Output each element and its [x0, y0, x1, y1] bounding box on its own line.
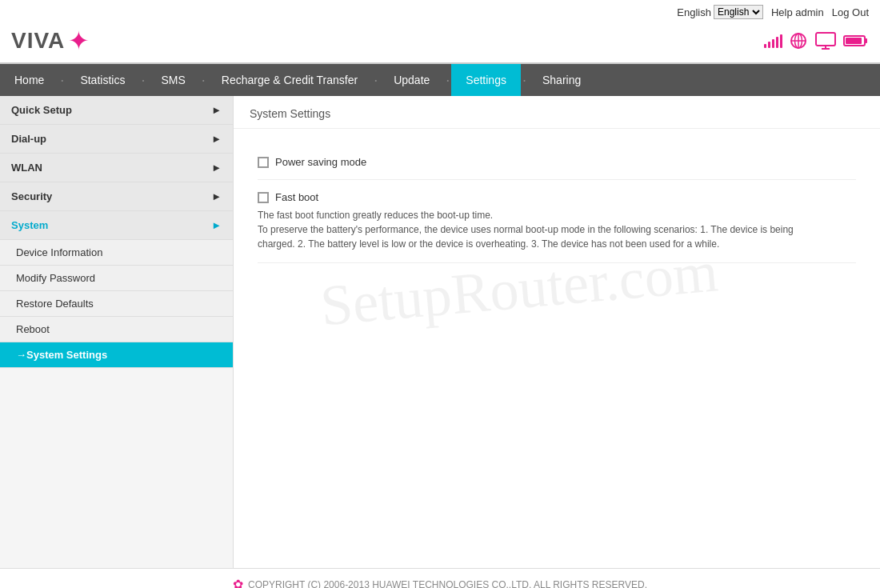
- sidebar-item-wlan[interactable]: WLAN ►: [0, 154, 233, 182]
- sidebar-item-quick-setup[interactable]: Quick Setup ►: [0, 96, 233, 125]
- logo-star-icon: ✦: [68, 26, 90, 56]
- footer-flower-icon: ✿: [233, 577, 243, 588]
- sidebar-arrow-security: ►: [211, 190, 222, 202]
- sidebar-arrow-wlan: ►: [211, 162, 222, 174]
- power-saving-checkbox[interactable]: [258, 157, 269, 168]
- settings-content: Power saving mode Fast boot The fast boo…: [234, 129, 880, 279]
- fast-boot-checkbox[interactable]: [258, 192, 269, 203]
- nav-divider-1: ·: [58, 64, 66, 96]
- main-title: System Settings: [234, 96, 880, 129]
- sidebar-item-security[interactable]: Security ►: [0, 182, 233, 211]
- battery-icon: [843, 34, 869, 48]
- main-nav: Home · Statistics · SMS · Recharge & Cre…: [0, 64, 880, 96]
- sidebar-label-security: Security: [11, 190, 52, 202]
- footer: ✿ COPYRIGHT (C) 2006-2013 HUAWEI TECHNOL…: [0, 568, 880, 588]
- nav-divider-3: ·: [200, 64, 207, 96]
- logout-link[interactable]: Log Out: [832, 6, 869, 18]
- sidebar-sub-modify-password[interactable]: Modify Password: [0, 266, 233, 291]
- sidebar-label-wlan: WLAN: [11, 162, 42, 174]
- svg-rect-8: [846, 38, 862, 44]
- nav-divider-4: ·: [372, 64, 379, 96]
- fast-boot-label: Fast boot: [275, 191, 318, 203]
- nav-divider-6: ·: [521, 64, 528, 96]
- language-label: English: [677, 6, 711, 18]
- sidebar-arrow-system: ►: [211, 219, 222, 231]
- sidebar-label-system: System: [11, 219, 48, 231]
- svg-rect-9: [865, 38, 867, 43]
- setting-fast-boot: Fast boot The fast boot function greatly…: [258, 180, 856, 263]
- nav-sharing[interactable]: Sharing: [528, 64, 595, 96]
- sidebar-arrow-quick-setup: ►: [211, 104, 222, 116]
- sidebar-sub-device-info[interactable]: Device Information: [0, 240, 233, 266]
- nav-divider-5: ·: [444, 64, 451, 96]
- fast-boot-description: The fast boot function greatly reduces t…: [258, 208, 802, 251]
- signal-icon: [764, 34, 782, 48]
- nav-home[interactable]: Home: [0, 64, 58, 96]
- sidebar-label-quick-setup: Quick Setup: [11, 104, 72, 116]
- logo: VIVA ✦: [11, 26, 90, 56]
- nav-statistics[interactable]: Statistics: [66, 64, 139, 96]
- monitor-icon: [814, 31, 837, 50]
- main-content: System Settings Power saving mode Fast b…: [234, 96, 880, 568]
- logo-text: VIVA: [11, 28, 65, 54]
- sidebar-sub-system-settings[interactable]: →System Settings: [0, 342, 233, 368]
- setting-power-saving: Power saving mode: [258, 145, 856, 180]
- sidebar-item-system[interactable]: System ►: [0, 211, 233, 240]
- nav-sms[interactable]: SMS: [146, 64, 199, 96]
- language-select[interactable]: English: [714, 5, 763, 19]
- nav-recharge[interactable]: Recharge & Credit Transfer: [207, 64, 372, 96]
- nav-settings[interactable]: Settings: [451, 64, 521, 96]
- footer-text: COPYRIGHT (C) 2006-2013 HUAWEI TECHNOLOG…: [248, 579, 647, 589]
- language-selector[interactable]: English English: [677, 5, 763, 19]
- globe-icon: [789, 31, 808, 50]
- status-icons: [764, 31, 869, 50]
- nav-update[interactable]: Update: [379, 64, 444, 96]
- sidebar-item-dialup[interactable]: Dial-up ►: [0, 125, 233, 154]
- sidebar-system-submenu: Device Information Modify Password Resto…: [0, 240, 233, 368]
- nav-divider-2: ·: [139, 64, 146, 96]
- sidebar: Quick Setup ► Dial-up ► WLAN ► Security …: [0, 96, 234, 568]
- sidebar-sub-reboot[interactable]: Reboot: [0, 317, 233, 342]
- svg-rect-4: [816, 33, 835, 46]
- sidebar-arrow-dialup: ►: [211, 133, 222, 145]
- sidebar-label-dialup: Dial-up: [11, 133, 46, 145]
- power-saving-label: Power saving mode: [275, 156, 366, 168]
- help-link[interactable]: Help admin: [771, 6, 824, 18]
- sidebar-sub-restore-defaults[interactable]: Restore Defaults: [0, 291, 233, 317]
- fast-boot-checkbox-wrap[interactable]: Fast boot: [258, 191, 318, 203]
- power-saving-checkbox-wrap[interactable]: Power saving mode: [258, 156, 366, 168]
